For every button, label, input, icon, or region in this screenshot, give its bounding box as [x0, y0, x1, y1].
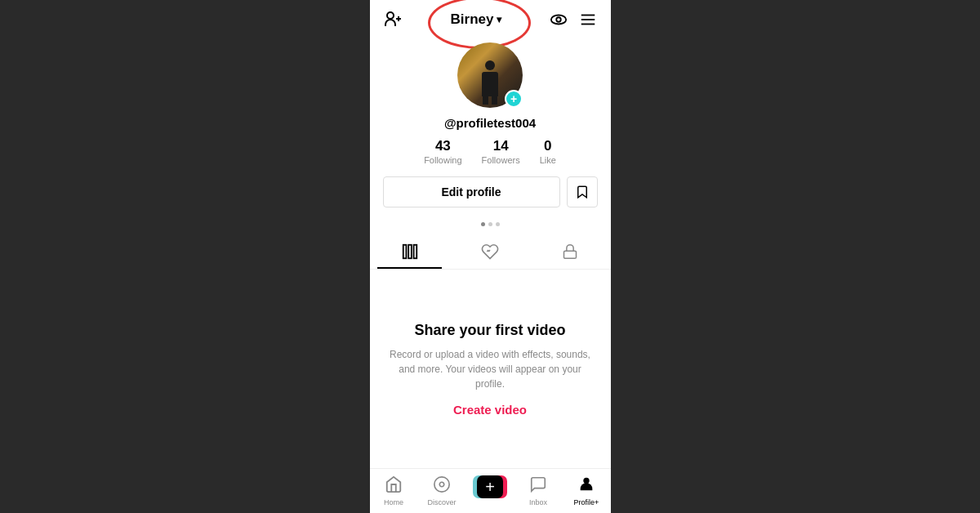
- discover-label: Discover: [427, 498, 456, 506]
- dot-1: [481, 222, 485, 226]
- username-dropdown[interactable]: Birney ▾: [451, 11, 502, 28]
- svg-point-3: [551, 16, 566, 25]
- edit-profile-button[interactable]: Edit profile: [383, 176, 560, 207]
- inbox-icon: [529, 475, 547, 497]
- profile-username: @profiletest004: [444, 116, 536, 130]
- action-row: Edit profile: [383, 176, 598, 207]
- svg-point-0: [387, 12, 394, 19]
- svg-rect-8: [403, 245, 406, 259]
- followers-label: Followers: [482, 155, 520, 165]
- svg-point-14: [434, 477, 449, 492]
- svg-point-15: [439, 482, 444, 487]
- stats-row: 43 Following 14 Followers 0 Like: [424, 138, 556, 165]
- following-label: Following: [424, 155, 461, 165]
- create-video-button[interactable]: Create video: [453, 403, 527, 417]
- nav-discover[interactable]: Discover: [418, 469, 466, 513]
- discover-icon: [433, 475, 451, 497]
- inbox-label: Inbox: [529, 498, 547, 506]
- avatar-wrapper: +: [457, 42, 523, 108]
- bookmark-button[interactable]: [567, 176, 598, 207]
- followers-stat[interactable]: 14 Followers: [482, 138, 520, 165]
- svg-point-16: [583, 478, 589, 484]
- home-icon: [385, 475, 403, 497]
- page-dots: [370, 222, 611, 226]
- avatar-plus-button[interactable]: +: [505, 90, 523, 108]
- following-count: 43: [435, 138, 451, 154]
- likes-count: 0: [544, 138, 551, 154]
- svg-rect-9: [408, 245, 412, 259]
- chevron-down-icon: ▾: [497, 14, 501, 25]
- share-title: Share your first video: [414, 322, 565, 339]
- svg-rect-10: [413, 245, 416, 259]
- svg-rect-13: [564, 251, 577, 258]
- svg-line-12: [488, 250, 490, 252]
- dot-3: [496, 222, 500, 226]
- home-label: Home: [384, 498, 403, 506]
- tab-videos[interactable]: [370, 234, 450, 269]
- content-area: Share your first video Record or upload …: [370, 270, 611, 468]
- phone-screen: Birney ▾: [370, 0, 611, 513]
- nav-profile[interactable]: Profile+: [563, 469, 611, 513]
- svg-point-4: [557, 17, 562, 22]
- tab-liked[interactable]: [450, 234, 530, 269]
- nav-inbox[interactable]: Inbox: [514, 469, 563, 513]
- header-username: Birney: [451, 11, 494, 28]
- svg-line-11: [487, 250, 488, 252]
- tab-private[interactable]: [530, 234, 610, 269]
- bottom-nav: Home Discover + +: [370, 468, 611, 513]
- profile-label: Profile+: [574, 498, 599, 506]
- nav-home[interactable]: Home: [370, 469, 418, 513]
- add-user-button[interactable]: [383, 10, 403, 29]
- following-stat[interactable]: 43 Following: [424, 138, 461, 165]
- top-bar: Birney ▾: [370, 0, 611, 36]
- eye-icon-button[interactable]: [550, 11, 568, 29]
- likes-stat[interactable]: 0 Like: [540, 138, 556, 165]
- content-tabs: [370, 234, 611, 270]
- menu-button[interactable]: [579, 11, 597, 29]
- followers-count: 14: [493, 138, 509, 154]
- profile-icon: [577, 475, 595, 497]
- dot-2: [488, 222, 492, 226]
- profile-section: + @profiletest004 43 Following 14 Follow…: [370, 36, 611, 217]
- top-bar-right-icons: [550, 11, 597, 29]
- nav-post[interactable]: + +: [466, 469, 514, 513]
- likes-label: Like: [540, 155, 556, 165]
- share-description: Record or upload a video with effects, s…: [390, 347, 591, 391]
